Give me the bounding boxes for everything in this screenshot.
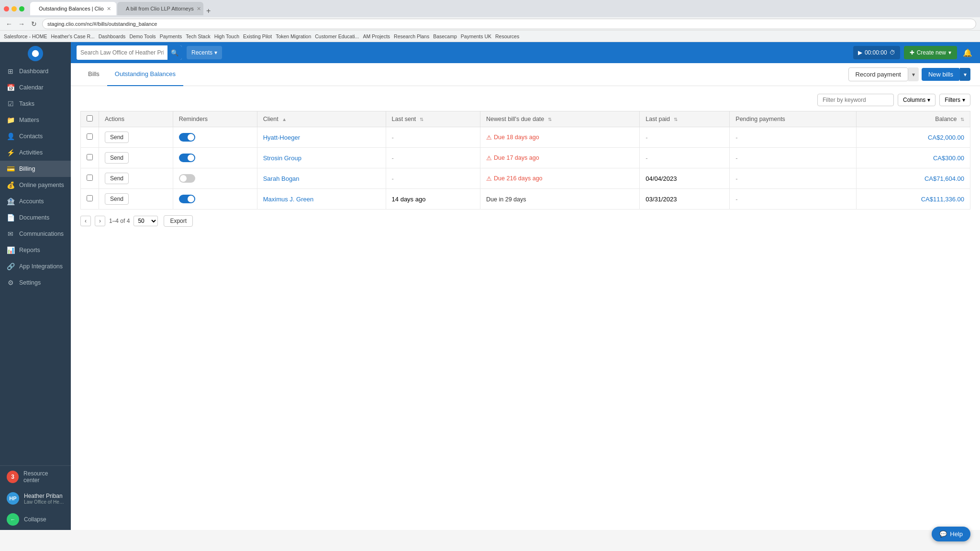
bookmark-item[interactable]: Research Plans (394, 33, 429, 39)
user-profile-item[interactable]: HP Heather Priban Law Office of Heat... (0, 488, 71, 509)
search-input[interactable] (77, 45, 167, 60)
tab-outstanding-balances[interactable]: Outstanding Balances | Clio ✕ (30, 2, 116, 15)
sidebar-item-billing[interactable]: 💳 Billing (0, 161, 71, 177)
balance-link-1[interactable]: CA$300.00 (933, 154, 964, 162)
recents-button[interactable]: Recents ▾ (187, 46, 222, 59)
sidebar-label-billing: Billing (19, 165, 35, 172)
client-link-3[interactable]: Maximus J. Green (263, 196, 313, 203)
sidebar-item-online-payments[interactable]: 💰 Online payments (0, 177, 71, 193)
bookmark-item[interactable]: Payments (160, 33, 182, 39)
row-checkbox-3[interactable] (87, 195, 93, 201)
reminder-toggle-2[interactable] (179, 174, 195, 183)
send-button-0[interactable]: Send (105, 132, 129, 143)
tab-bill[interactable]: A bill from Clio LLP Attorneys ✕ (117, 2, 203, 15)
bookmark-item[interactable]: Existing Pilot (243, 33, 272, 39)
select-all-checkbox[interactable] (87, 115, 93, 121)
record-payment-button[interactable]: Record payment (848, 67, 908, 81)
notifications-button[interactable]: 🔔 (961, 46, 974, 59)
row-checkbox-1[interactable] (87, 154, 93, 160)
sidebar-item-reports[interactable]: 📊 Reports (0, 242, 71, 258)
sidebar-item-matters[interactable]: 📁 Matters (0, 112, 71, 128)
sidebar-item-settings[interactable]: ⚙ Settings (0, 275, 71, 291)
row-checkbox-2[interactable] (87, 175, 93, 181)
new-bills-button[interactable]: New bills (922, 68, 960, 81)
header-client[interactable]: Client ▲ (257, 111, 386, 127)
sidebar-item-activities[interactable]: ⚡ Activities (0, 144, 71, 161)
back-button[interactable]: ← (4, 19, 14, 29)
reminder-toggle-1[interactable] (179, 154, 195, 162)
search-button[interactable]: 🔍 (167, 45, 182, 60)
bookmark-item[interactable]: Customer Educati... (315, 33, 359, 39)
bookmark-item[interactable]: Salesforce - HOME (4, 33, 47, 39)
export-button[interactable]: Export (164, 215, 193, 227)
help-button[interactable]: 💬 Help (932, 527, 970, 530)
client-link-0[interactable]: Hyatt-Hoeger (263, 134, 300, 141)
header-due-date[interactable]: Newest bill's due date ⇅ (480, 111, 640, 127)
resource-center-item[interactable]: 3 Resource center (0, 466, 71, 488)
bookmark-item[interactable]: Resources (495, 33, 519, 39)
filters-button[interactable]: Filters ▾ (939, 94, 970, 106)
sidebar-item-calendar[interactable]: 📅 Calendar (0, 79, 71, 96)
pagination-range: 1–4 of 4 (109, 218, 130, 224)
prev-page-button[interactable]: ‹ (80, 216, 91, 226)
bookmark-item[interactable]: Token Migration (276, 33, 311, 39)
header-reminders-label: Reminders (179, 116, 208, 122)
create-new-button[interactable]: ✚ Create new ▾ (904, 46, 957, 59)
next-page-button[interactable]: › (95, 216, 105, 226)
bookmark-item[interactable]: High Touch (214, 33, 239, 39)
collapse-item[interactable]: ← Collapse (0, 509, 71, 530)
sidebar-item-dashboard[interactable]: ⊞ Dashboard (0, 63, 71, 79)
bookmark-item[interactable]: Demo Tools (129, 33, 156, 39)
sidebar-item-contacts[interactable]: 👤 Contacts (0, 128, 71, 144)
bookmark-item[interactable]: AM Projects (363, 33, 390, 39)
nav-arrows: ← → ↻ (4, 19, 39, 29)
send-button-2[interactable]: Send (105, 173, 129, 184)
forward-button[interactable]: → (16, 19, 27, 29)
balance-link-3[interactable]: CA$111,336.00 (921, 196, 964, 203)
timer-button[interactable]: ▶ 00:00:00 ⏱ (853, 46, 900, 59)
client-link-1[interactable]: Strosin Group (263, 154, 301, 162)
tab-close-icon-2[interactable]: ✕ (197, 6, 201, 12)
maximize-dot[interactable] (19, 6, 24, 11)
send-button-1[interactable]: Send (105, 152, 129, 164)
reminder-toggle-3[interactable] (179, 195, 195, 203)
minimize-dot[interactable] (11, 6, 17, 11)
tab-close-icon[interactable]: ✕ (107, 6, 111, 12)
send-button-3[interactable]: Send (105, 193, 129, 205)
new-bills-dropdown[interactable]: ▾ (960, 68, 970, 81)
tab-bills[interactable]: Bills (80, 63, 107, 86)
columns-button[interactable]: Columns ▾ (898, 94, 935, 106)
per-page-select[interactable]: 50 10 25 100 (134, 216, 158, 226)
toggle-slider-0 (179, 133, 195, 142)
balance-link-0[interactable]: CA$2,000.00 (928, 134, 964, 141)
header-last-paid[interactable]: Last paid ⇅ (640, 111, 730, 127)
balance-link-2[interactable]: CA$71,604.00 (924, 175, 964, 182)
bookmark-item[interactable]: Payments UK (461, 33, 491, 39)
filter-keyword-input[interactable] (817, 94, 894, 106)
sidebar-item-accounts[interactable]: 🏦 Accounts (0, 193, 71, 209)
user-org: Law Office of Heat... (24, 499, 64, 505)
sidebar-item-tasks[interactable]: ☑ Tasks (0, 96, 71, 112)
row-due-date-cell: ⚠ Due 216 days ago (480, 168, 640, 189)
sidebar-item-app-integrations[interactable]: 🔗 App Integrations (0, 258, 71, 275)
address-field[interactable]: staging.clio.com/nc/#/bills/outstanding_… (42, 19, 976, 29)
close-dot[interactable] (4, 6, 9, 11)
reminder-toggle-0[interactable] (179, 133, 195, 142)
bookmark-item[interactable]: Basecamp (433, 33, 457, 39)
header-balance[interactable]: Balance ⇅ (857, 111, 970, 127)
record-payment-dropdown[interactable]: ▾ (908, 67, 919, 81)
refresh-button[interactable]: ↻ (29, 19, 39, 29)
bookmark-item[interactable]: Tech Stack (186, 33, 210, 39)
columns-chevron-icon: ▾ (927, 97, 930, 103)
search-container: 🔍 (77, 45, 182, 60)
tab-outstanding-balances[interactable]: Outstanding Balances (107, 63, 183, 86)
sidebar-item-communications[interactable]: ✉ Communications (0, 226, 71, 242)
sidebar-item-documents[interactable]: 📄 Documents (0, 209, 71, 226)
header-last-sent[interactable]: Last sent ⇅ (386, 111, 480, 127)
new-tab-button[interactable]: + (204, 7, 212, 15)
bookmark-item[interactable]: Dashboards (99, 33, 126, 39)
bookmark-item[interactable]: Heather's Case R... (51, 33, 94, 39)
client-link-2[interactable]: Sarah Bogan (263, 175, 300, 182)
sidebar-label-matters: Matters (19, 117, 39, 123)
row-checkbox-0[interactable] (87, 133, 93, 140)
